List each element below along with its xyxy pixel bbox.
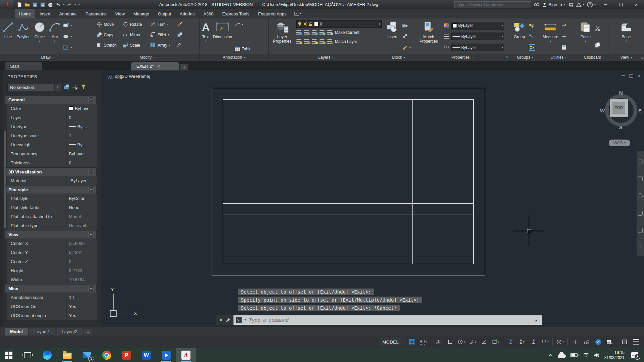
open-file-icon[interactable] [25, 2, 30, 7]
restore-button[interactable] [613, 0, 629, 9]
table-tool[interactable]: Table [234, 46, 252, 52]
palette-grip[interactable] [0, 70, 3, 327]
collapse-icon[interactable]: − [88, 232, 94, 237]
navbar-more-icon[interactable]: ▾ [639, 245, 641, 248]
layer-dropdown-icon[interactable]: ▾ [379, 23, 380, 25]
cut-icon[interactable] [595, 25, 600, 31]
section-header-view[interactable]: View− [5, 230, 96, 239]
block-edit-dropdown-icon[interactable]: ▾ [410, 46, 411, 49]
match-properties-tool[interactable]: Match Properties [416, 19, 442, 54]
array-tool[interactable]: Array▾ [150, 42, 177, 48]
new-layout-button[interactable]: + [84, 329, 92, 335]
grid-display-button[interactable] [406, 338, 417, 346]
viewcube-west[interactable]: W [600, 108, 605, 113]
sign-in-button[interactable]: Sign In ▾ [543, 2, 565, 7]
workspace-switching-button[interactable]: ▾ [555, 338, 565, 346]
task-view-button[interactable] [17, 348, 37, 362]
collapse-icon[interactable]: − [88, 97, 94, 102]
prop-value-lineweight[interactable]: ByL... [67, 140, 97, 149]
layer-off-icon[interactable] [296, 30, 302, 35]
ribbon-tab-output[interactable]: Output [154, 9, 175, 18]
panel-footer-draw[interactable]: Draw▾ [0, 54, 95, 61]
model-space-button[interactable]: MODEL [379, 338, 402, 346]
a360-share-icon[interactable]: ▾ [576, 2, 584, 7]
layer-unisolate-icon[interactable] [304, 39, 310, 44]
prop-value-linetype-scale[interactable]: 1 [67, 131, 97, 140]
autocad-app-menu-button[interactable]: A [0, 0, 13, 9]
tray-expand-icon[interactable] [548, 354, 553, 357]
prop-value-ucs-icon-on[interactable]: Yes [67, 302, 97, 311]
quick-calculator-icon[interactable] [561, 45, 567, 50]
ribbon-tab-home[interactable]: Home [15, 9, 35, 18]
close-button[interactable]: × [629, 0, 644, 9]
rectangle-tool[interactable]: ▾ [63, 23, 72, 29]
layout-tab-model[interactable]: Model [5, 328, 28, 335]
file-tab-exer2[interactable]: EXER 2*✕ [131, 62, 179, 70]
ribbon-display-mode-button[interactable]: ▾ [294, 9, 301, 18]
object-color-dropdown[interactable]: ByLayer▾ [451, 22, 504, 30]
prop-value-thickness[interactable]: 0 [67, 158, 97, 167]
isolate-objects-button[interactable] [581, 338, 592, 346]
dimension-tool[interactable]: Dimension [212, 19, 233, 54]
prop-value-color[interactable]: ByLayer [67, 104, 97, 113]
properties-dialog-launcher-icon[interactable]: ↘ [506, 55, 509, 59]
wifi-icon[interactable] [583, 353, 589, 357]
start-button[interactable] [0, 348, 17, 362]
rotate-tool[interactable]: Rotate [123, 21, 150, 27]
command-expand-icon[interactable]: ▲ [534, 318, 539, 322]
ribbon-tab-annotate[interactable]: Annotate [55, 9, 81, 18]
prop-value-plot-style-table[interactable]: None [67, 203, 97, 212]
layer-freeze-icon[interactable] [312, 30, 317, 35]
measure-dropdown-icon[interactable]: ▾ [550, 40, 551, 43]
viewcube-top-face[interactable]: TOP [610, 99, 628, 117]
match-layer-icon[interactable] [327, 39, 333, 44]
undo-dropdown-icon[interactable]: ▾ [63, 3, 65, 6]
panel-footer-utilities[interactable]: Utilities▾ [540, 54, 577, 61]
ribbon-tab-insert[interactable]: Insert [35, 9, 55, 18]
palette-scrollbar[interactable] [4, 131, 6, 228]
ribbon-collapse-icon[interactable]: » [641, 56, 643, 60]
create-block-icon[interactable] [402, 23, 408, 29]
panel-footer-groups[interactable]: Groups▾ [510, 54, 540, 61]
taskbar-chrome[interactable] [97, 348, 117, 362]
command-wrench-icon[interactable] [226, 318, 230, 322]
drawing-canvas[interactable]: [-][Top][2D Wireframe] × N S W E TOP WCS… [101, 70, 644, 327]
redo-dropdown-icon[interactable]: ▾ [75, 3, 76, 6]
panel-footer-modify[interactable]: Modify▾ [95, 54, 199, 61]
search-icon[interactable] [534, 2, 540, 7]
ribbon-tab-parametric[interactable]: Parametric [81, 9, 111, 18]
stretch-tool[interactable]: Stretch [96, 42, 123, 48]
onedrive-icon[interactable] [558, 353, 566, 358]
group-selection-toggle-icon[interactable] [529, 44, 535, 51]
offset-icon[interactable] [177, 42, 183, 48]
save-as-icon[interactable] [40, 2, 45, 7]
paste-tool[interactable]: Paste ▾ [578, 19, 593, 54]
pan-icon[interactable] [638, 176, 643, 181]
block-edit-tool[interactable]: ▾ [402, 45, 411, 50]
scale-value-button[interactable]: 1:1▾ [540, 338, 550, 346]
base-dropdown-icon[interactable]: ▾ [626, 40, 627, 43]
fillet-tool[interactable]: Fillet▾ [150, 32, 177, 38]
hardware-acceleration-button[interactable] [593, 338, 603, 346]
volume-icon[interactable] [594, 353, 600, 358]
annotation-monitor-button[interactable] [570, 338, 581, 346]
measure-tool[interactable]: Measure ▾ [542, 19, 559, 54]
help-icon[interactable]: ?▾ [587, 2, 596, 8]
command-input[interactable] [248, 317, 532, 323]
linetype-dropdown[interactable]: ByLayer▾ [451, 44, 504, 51]
explode-icon[interactable] [177, 32, 183, 38]
layer-properties-tool[interactable]: Layer Properties [270, 19, 294, 54]
section-header-plot-style[interactable]: Plot style− [5, 185, 96, 194]
prop-value-material[interactable]: ByLayer [67, 176, 97, 185]
text-dropdown-icon[interactable]: ▾ [205, 40, 207, 43]
polyline-tool[interactable]: Polyline [15, 19, 32, 54]
prop-value-annotation-scale[interactable]: 1:1 [67, 293, 97, 302]
command-input-area[interactable]: >_ ▾ ▲ [233, 315, 542, 325]
layout-tab-layout1[interactable]: Layout1 [29, 328, 55, 335]
battery-icon[interactable] [570, 353, 578, 357]
trim-dropdown-icon[interactable]: ▾ [167, 23, 169, 26]
app-store-cart-icon[interactable] [568, 2, 573, 7]
file-tab-close-icon[interactable]: ✕ [157, 64, 160, 69]
new-file-icon[interactable] [17, 2, 22, 7]
circle-tool[interactable]: Circle ▾ [32, 19, 47, 54]
